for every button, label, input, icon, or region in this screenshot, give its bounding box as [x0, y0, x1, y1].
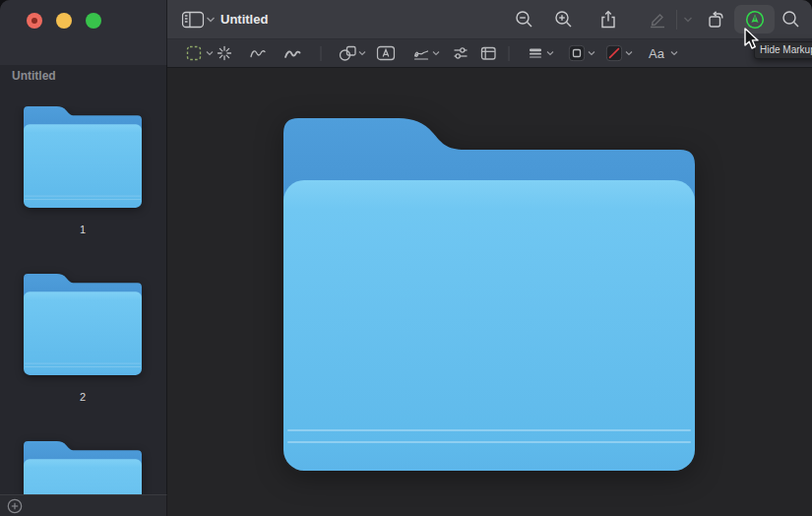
draw-tool-button[interactable]: [283, 44, 301, 62]
chevron-down-icon: [432, 51, 440, 56]
folder-thumbnail-image: [24, 441, 142, 494]
titlebar: Untitled: [167, 0, 812, 39]
preview-window: Untitled: [0, 0, 812, 516]
add-page-button[interactable]: [7, 498, 23, 514]
sign-button[interactable]: [412, 44, 430, 62]
adjust-size-button[interactable]: [479, 44, 497, 62]
fullscreen-button[interactable]: [86, 13, 101, 29]
text-box-icon: [377, 45, 396, 61]
annotate-pen-icon: [648, 10, 667, 30]
draw-icon: [283, 44, 301, 62]
window-controls: [27, 13, 101, 29]
border-color-button[interactable]: [569, 45, 586, 62]
chevron-down-icon: [546, 51, 554, 56]
shape-style-chevron[interactable]: [546, 51, 554, 56]
thumbnail-page-3[interactable]: 3: [0, 441, 165, 494]
titlebar-left: [0, 0, 167, 65]
annotate-options-chevron[interactable]: [684, 0, 693, 39]
markup-separator: [509, 46, 510, 61]
chevron-down-icon: [358, 51, 366, 56]
fill-color-icon: [606, 45, 623, 62]
page-number: 2: [80, 391, 86, 403]
folder-image[interactable]: [283, 118, 695, 471]
markup-toolbar: Aa: [167, 39, 812, 68]
text-style-label: Aa: [649, 46, 664, 61]
sidebar-footer: [0, 494, 167, 516]
annotate-pen-button[interactable]: [648, 0, 667, 39]
search-button[interactable]: [781, 0, 801, 39]
border-color-icon: [569, 45, 586, 62]
chevron-down-icon: [588, 51, 595, 56]
shapes-chevron[interactable]: [358, 51, 366, 56]
markup-separator: [321, 46, 322, 61]
rotate-button[interactable]: [707, 0, 726, 39]
document-canvas[interactable]: [167, 68, 812, 516]
sidebar-icon: [182, 11, 205, 29]
shapes-button[interactable]: [339, 44, 356, 62]
close-button[interactable]: [27, 13, 42, 29]
share-icon: [598, 10, 618, 30]
selection-tool-button[interactable]: [186, 45, 202, 61]
thumbnail-list: 1 2 3: [0, 106, 165, 494]
text-style-button[interactable]: Aa: [649, 46, 664, 61]
thumbnail-page-1[interactable]: 1: [0, 106, 165, 274]
text-style-chevron[interactable]: [670, 51, 678, 56]
chevron-down-icon: [625, 51, 633, 56]
chevron-down-icon: [684, 17, 693, 23]
sketch-icon: [249, 44, 267, 62]
sign-icon: [412, 44, 430, 62]
add-circle-icon: [7, 498, 23, 514]
sidebar-toggle-button[interactable]: [182, 0, 205, 39]
adjust-size-icon: [479, 44, 497, 62]
markup-toolbar-toggle-button[interactable]: [734, 5, 775, 33]
folder-thumbnail-image: [24, 274, 142, 375]
selection-tool-chevron[interactable]: [206, 51, 214, 56]
share-button[interactable]: [598, 0, 618, 39]
zoom-in-button[interactable]: [554, 0, 574, 39]
chevron-down-icon: [670, 51, 678, 56]
tooltip: Hide Markup T: [754, 41, 812, 59]
sidebar-document-title: Untitled: [12, 69, 56, 83]
shapes-icon: [339, 44, 356, 62]
chevron-down-icon: [207, 17, 216, 23]
selection-icon: [186, 45, 202, 61]
tooltip-text: Hide Markup T: [760, 44, 812, 55]
search-icon: [781, 10, 801, 30]
zoom-out-button[interactable]: [515, 0, 534, 39]
fill-color-chevron[interactable]: [625, 51, 633, 56]
instant-alpha-button[interactable]: [216, 44, 233, 62]
sign-chevron[interactable]: [432, 51, 440, 56]
sidebar-toggle-chevron[interactable]: [207, 0, 216, 39]
shape-style-icon: [528, 45, 543, 61]
instant-alpha-icon: [216, 44, 233, 62]
shape-style-button[interactable]: [528, 45, 543, 61]
thumbnail-page-2[interactable]: 2: [0, 274, 165, 441]
text-box-button[interactable]: [377, 45, 396, 61]
rotate-icon: [707, 10, 726, 30]
adjust-button[interactable]: [452, 44, 469, 62]
adjust-sliders-icon: [452, 44, 469, 62]
zoom-in-icon: [554, 10, 574, 30]
window-title: Untitled: [220, 0, 268, 39]
page-number: 1: [80, 224, 86, 235]
chevron-down-icon: [206, 51, 214, 56]
zoom-out-icon: [515, 10, 534, 30]
sidebar: Untitled 1 2 3: [0, 65, 167, 494]
folder-thumbnail-image: [24, 106, 142, 208]
toolbar-separator: [676, 10, 677, 30]
markup-active-icon: [745, 10, 765, 30]
fill-color-button[interactable]: [606, 45, 623, 62]
minimize-button[interactable]: [56, 13, 72, 29]
border-color-chevron[interactable]: [588, 51, 595, 56]
sketch-tool-button[interactable]: [249, 44, 267, 62]
